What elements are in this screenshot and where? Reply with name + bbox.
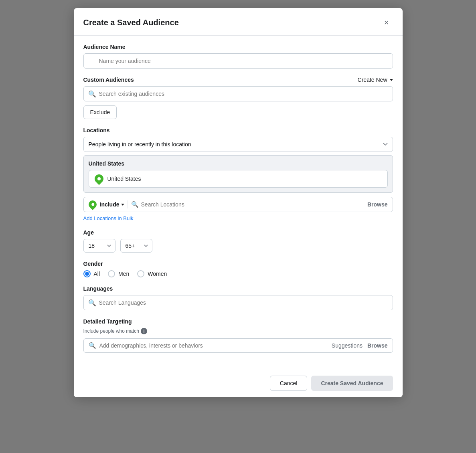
gender-label: Gender [83, 261, 393, 267]
custom-audiences-header: Custom Audiences Create New [83, 77, 393, 83]
detailed-targeting-label: Detailed Targeting [83, 318, 393, 325]
detailed-targeting-search-icon: 🔍 [89, 342, 96, 349]
age-controls: 18 65+ [83, 239, 393, 253]
languages-search-wrapper: 🔍 [83, 295, 393, 310]
include-pin-icon [87, 199, 98, 210]
location-pin-icon [93, 172, 105, 185]
location-tag: United States [89, 170, 388, 188]
audience-name-input[interactable] [83, 53, 393, 69]
audience-name-section: Audience Name [83, 44, 393, 69]
detailed-targeting-sublabel: Include people who match i [83, 328, 393, 334]
location-tag-label: United States [107, 176, 141, 182]
locations-dropdown[interactable]: People living in or recently in this loc… [83, 137, 393, 152]
gender-women-option[interactable]: Women [137, 270, 167, 277]
include-dropdown-button[interactable]: Include [100, 201, 124, 208]
modal-body: Audience Name Custom Audiences Create Ne… [74, 36, 403, 369]
exclude-button[interactable]: Exclude [83, 105, 117, 119]
gender-men-radio[interactable] [108, 270, 115, 277]
custom-audiences-section: Custom Audiences Create New 🔍 Exclude [83, 77, 393, 119]
location-box: United States United States [83, 155, 393, 193]
audience-name-label: Audience Name [83, 44, 393, 50]
age-min-select[interactable]: 18 [83, 239, 115, 253]
suggestions-label: Suggestions [332, 342, 363, 349]
gender-options: All Men Women [83, 270, 393, 277]
detailed-targeting-browse-button[interactable]: Browse [367, 342, 388, 349]
gender-section: Gender All Men Women [83, 261, 393, 277]
location-region-header: United States [89, 160, 388, 167]
locations-section: Locations People living in or recently i… [83, 127, 393, 221]
gender-men-label: Men [118, 271, 129, 277]
age-max-select[interactable]: 65+ [120, 239, 152, 253]
languages-search-input[interactable] [83, 295, 393, 310]
chevron-down-icon [390, 79, 393, 81]
detailed-targeting-input: 🔍 Suggestions Browse [83, 338, 393, 353]
create-new-button[interactable]: Create New [358, 77, 393, 83]
custom-audiences-label: Custom Audiences [83, 77, 134, 83]
cancel-button[interactable]: Cancel [270, 376, 308, 391]
location-search-wrapper: 🔍 [131, 201, 364, 208]
gender-women-label: Women [148, 271, 167, 277]
gender-all-label: All [94, 271, 100, 277]
gender-all-option[interactable]: All [83, 270, 100, 277]
languages-section: Languages 🔍 [83, 285, 393, 310]
detailed-targeting-section: Detailed Targeting Include people who ma… [83, 318, 393, 353]
modal-header: Create a Saved Audience × [74, 8, 403, 36]
gender-all-radio[interactable] [83, 270, 91, 277]
chevron-down-icon [121, 204, 124, 206]
gender-men-option[interactable]: Men [108, 270, 129, 277]
modal-dialog: Create a Saved Audience × Audience Name … [74, 8, 403, 397]
gender-women-radio[interactable] [137, 270, 144, 277]
age-section: Age 18 65+ [83, 229, 393, 253]
audience-name-input-wrapper [83, 53, 393, 69]
languages-label: Languages [83, 285, 393, 292]
create-saved-audience-button[interactable]: Create Saved Audience [311, 376, 393, 391]
age-label: Age [83, 229, 393, 236]
custom-audiences-search-input[interactable] [83, 86, 393, 101]
modal-overlay: Create a Saved Audience × Audience Name … [0, 0, 476, 453]
custom-audiences-search-wrapper: 🔍 [83, 86, 393, 101]
modal-title: Create a Saved Audience [83, 18, 179, 27]
location-search-icon: 🔍 [131, 201, 139, 208]
locations-browse-button[interactable]: Browse [367, 201, 388, 208]
modal-footer: Cancel Create Saved Audience [74, 369, 403, 397]
location-search-input[interactable] [141, 201, 364, 208]
include-bar: Include 🔍 Browse [83, 197, 393, 212]
locations-label: Locations [83, 127, 393, 133]
search-icon: 🔍 [88, 90, 96, 98]
languages-search-icon: 🔍 [88, 299, 96, 307]
close-button[interactable]: × [380, 16, 393, 29]
info-icon: i [141, 328, 147, 334]
detailed-targeting-search-input[interactable] [99, 342, 328, 349]
add-locations-bulk-link[interactable]: Add Locations in Bulk [83, 215, 134, 221]
divider [128, 200, 128, 208]
